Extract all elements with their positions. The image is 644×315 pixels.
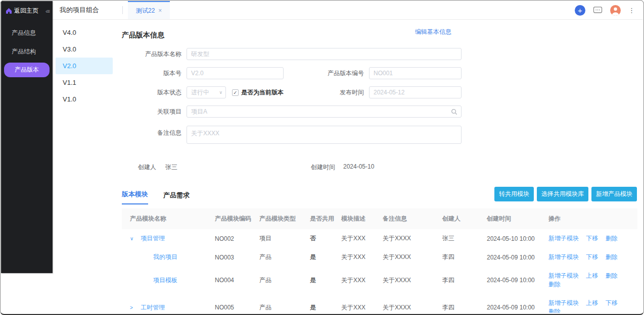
chevron-down-icon[interactable]: ∨ xyxy=(130,236,135,241)
module-shared: 是 xyxy=(308,248,339,267)
more-options-icon[interactable]: ⋮ xyxy=(628,7,635,14)
creator-value: 张三 xyxy=(165,163,177,172)
version-item-v4[interactable]: V4.0 xyxy=(53,24,116,41)
delete-link[interactable]: 删除 xyxy=(606,272,618,279)
add-submodule-link[interactable]: 新增子模块 xyxy=(548,299,579,306)
sidebar: 返回主页 ‹≡ 产品信息 产品结构 产品版本 xyxy=(1,1,53,273)
add-submodule-link[interactable]: 新增子模块 xyxy=(548,272,579,279)
create-time-label: 创建时间 xyxy=(311,163,335,172)
field-label-version-code: 产品版本编号 xyxy=(328,69,369,78)
related-project-input[interactable] xyxy=(187,106,462,118)
remark-textarea[interactable] xyxy=(187,126,462,144)
move-down-link[interactable]: 下移 xyxy=(586,235,598,242)
current-version-checkbox[interactable]: ✓ 是否为当前版本 xyxy=(232,88,284,97)
tab-product-requirements[interactable]: 产品需求 xyxy=(163,191,190,204)
status-select[interactable]: 进行中 ∨ xyxy=(187,86,226,98)
portfolio-title[interactable]: 我的项目组合 xyxy=(53,6,117,15)
header-create-time: 创建时间 xyxy=(485,208,546,229)
header-note: 备注信息 xyxy=(381,208,440,229)
module-code: NO004 xyxy=(213,267,257,294)
create-time-value: 2024-05-10 xyxy=(343,163,374,172)
field-label-version-no: 版本号 xyxy=(122,69,187,78)
move-up-link[interactable]: 上移 xyxy=(586,299,598,306)
module-shared: 是 xyxy=(308,294,339,313)
move-up-link[interactable]: 上移 xyxy=(586,272,598,279)
module-note: 关于XXXX xyxy=(381,294,440,313)
version-item-v1-1[interactable]: V1.1 xyxy=(53,74,116,91)
module-desc: 关于XXX xyxy=(339,267,381,294)
field-label-remark: 备注信息 xyxy=(122,126,187,137)
add-product-module-button[interactable]: 新增产品模块 xyxy=(591,187,637,201)
publish-time-input[interactable] xyxy=(369,86,462,98)
chevron-right-icon[interactable]: > xyxy=(130,305,135,310)
header-actions: 操作 xyxy=(546,208,637,229)
edit-basic-info-link[interactable]: 编辑基本信息 xyxy=(415,28,451,36)
sidebar-item-product-info[interactable]: 产品信息 xyxy=(4,25,50,41)
header-shared: 是否共用 xyxy=(308,208,339,229)
select-shared-module-lib-button[interactable]: 选择共用模块库 xyxy=(537,187,588,201)
message-icon[interactable] xyxy=(593,6,603,15)
module-type: 产品 xyxy=(257,248,308,267)
module-creator: 李四 xyxy=(440,294,485,313)
to-shared-module-button[interactable]: 转共用模块 xyxy=(494,187,534,201)
version-code-input[interactable] xyxy=(369,67,462,79)
delete-link[interactable]: 删除 xyxy=(606,235,618,242)
module-note: 关于XXXX xyxy=(381,267,440,294)
add-submodule-link[interactable]: 新增子模块 xyxy=(548,253,579,260)
module-name-link[interactable]: 项目管理 xyxy=(141,235,165,242)
tab-label: 测试22 xyxy=(136,7,155,15)
module-code: NO002 xyxy=(213,229,257,248)
header-module-code: 产品模块编码 xyxy=(213,208,257,229)
delete-link[interactable]: 删除 xyxy=(548,308,561,313)
user-avatar[interactable] xyxy=(610,5,621,16)
version-item-v1-0[interactable]: V1.0 xyxy=(53,91,116,108)
home-icon xyxy=(6,8,12,14)
add-submodule-link[interactable]: 新增子模块 xyxy=(548,235,579,242)
close-tab-icon[interactable]: × xyxy=(158,7,162,14)
module-creator: 张三 xyxy=(440,229,485,248)
field-label-publish-time: 发布时间 xyxy=(340,88,369,97)
topbar: 我的项目组合 测试22 × + ⋮ xyxy=(53,1,643,20)
module-type: 项目 xyxy=(257,229,308,248)
module-name-link[interactable]: 我的项目 xyxy=(153,253,177,260)
version-item-v3[interactable]: V3.0 xyxy=(53,41,116,58)
module-name-link[interactable]: 工时管理 xyxy=(141,304,165,311)
table-row: 我的项目 NO003 产品 是 关于XXX 关于XXXX 李四 2024-05-… xyxy=(122,248,637,267)
table-row: 项目模板 NO004 产品 是 关于XXX 关于XXXX 李四 2024-05-… xyxy=(122,267,637,294)
header-module-type: 产品模块类型 xyxy=(257,208,308,229)
module-time: 2024-05-09 10:00 xyxy=(485,267,546,294)
checkbox-label: 是否为当前版本 xyxy=(241,88,284,97)
field-label-name: 产品版本名称 xyxy=(122,50,187,59)
topbar-actions: + ⋮ xyxy=(575,1,643,19)
module-time: 2024-05-09 10:00 xyxy=(485,294,546,313)
tab-test22[interactable]: 测试22 × xyxy=(128,1,170,19)
version-item-v2-selected[interactable]: V2.0 xyxy=(56,58,113,74)
main-content: 产品版本信息 编辑基本信息 产品版本名称 版本号 产品版本编号 版本状态 进行中… xyxy=(116,19,643,313)
table-header-row: 产品模块名称 产品模块编码 产品模块类型 是否共用 模块描述 备注信息 创建人 … xyxy=(122,208,637,229)
module-name-link[interactable]: 项目模板 xyxy=(153,277,177,284)
search-icon[interactable] xyxy=(451,108,457,117)
home-label: 返回主页 xyxy=(14,7,38,15)
creator-info-row: 创建人 张三 创建时间 2024-05-10 xyxy=(122,163,462,172)
move-down-link[interactable]: 下移 xyxy=(586,253,598,260)
sidebar-header[interactable]: 返回主页 ‹≡ xyxy=(1,1,53,22)
tab-version-modules[interactable]: 版本模块 xyxy=(122,190,148,204)
collapse-sidebar-icon[interactable]: ‹≡ xyxy=(45,8,50,14)
status-value: 进行中 xyxy=(191,88,209,97)
form-title: 产品版本信息 xyxy=(122,31,164,39)
module-time: 2024-05-09 10:00 xyxy=(485,248,546,267)
version-name-input[interactable] xyxy=(187,48,462,60)
version-list: V4.0 V3.0 V2.0 V1.1 V1.0 xyxy=(53,19,116,313)
version-no-input[interactable] xyxy=(187,67,284,79)
add-button[interactable]: + xyxy=(575,5,585,16)
module-note: 关于XXXX xyxy=(381,248,440,267)
table-row: > 工时管理 NO005 产品 是 关于XXX 关于XXXX 李四 2024-0… xyxy=(122,294,637,313)
creator-label: 创建人 xyxy=(138,163,156,172)
module-code: NO003 xyxy=(213,248,257,267)
move-down-link[interactable]: 下移 xyxy=(606,299,618,306)
sidebar-item-product-structure[interactable]: 产品结构 xyxy=(4,44,50,60)
table-row: ∨ 项目管理 NO002 项目 否 关于XXX 关于XXXX 张三 2024-0… xyxy=(122,229,637,248)
sidebar-item-product-version[interactable]: 产品版本 xyxy=(4,63,50,77)
delete-link[interactable]: 删除 xyxy=(606,253,618,260)
delete-link[interactable]: 删除 xyxy=(548,281,561,288)
